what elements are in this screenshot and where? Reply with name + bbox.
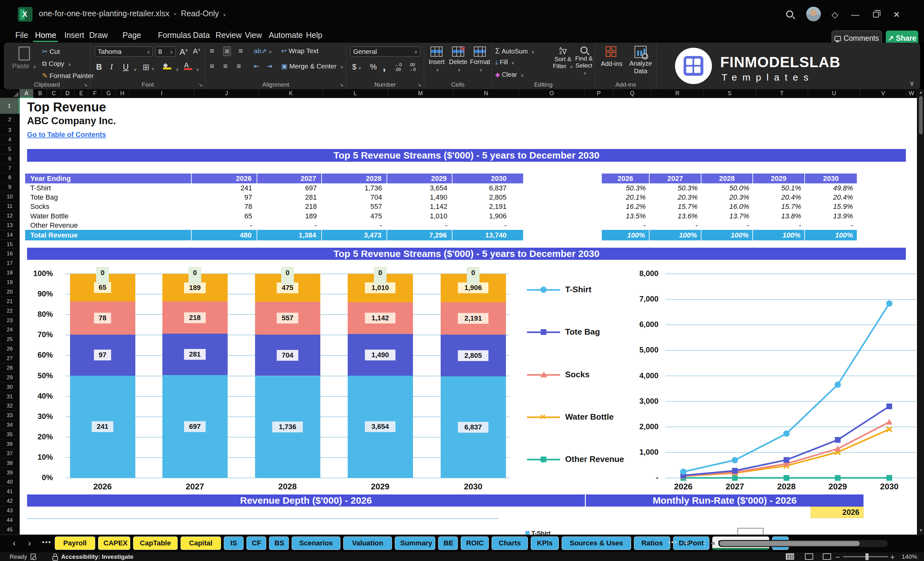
- row-header-13[interactable]: 13: [0, 220, 20, 230]
- cell-value[interactable]: 1,010: [387, 212, 453, 220]
- zoom-out-icon[interactable]: −: [836, 553, 840, 561]
- premium-diamond-icon[interactable]: ◇: [828, 8, 841, 21]
- row-header-27[interactable]: 27: [0, 354, 20, 363]
- cell-value[interactable]: 2029: [387, 174, 453, 183]
- minimize-button[interactable]: —: [849, 8, 862, 21]
- cell-value[interactable]: 100%: [753, 230, 805, 240]
- cell-value[interactable]: -: [257, 220, 322, 230]
- cell-value[interactable]: 241: [192, 183, 257, 193]
- sheet-grid[interactable]: Top Revenue ABC Company Inc. Go to Table…: [20, 98, 917, 535]
- cell-value[interactable]: 49.8%: [805, 183, 857, 193]
- sheet-tab-roic[interactable]: ROIC: [461, 537, 489, 550]
- cell-value[interactable]: -: [453, 220, 523, 230]
- cell-value[interactable]: 2027: [650, 174, 702, 183]
- cell-value[interactable]: 13.6%: [650, 212, 702, 220]
- cell-value[interactable]: 2030: [453, 174, 523, 183]
- delete-cells-button[interactable]: ✕Delete∨: [448, 46, 468, 73]
- cell-value[interactable]: -: [192, 220, 257, 230]
- row-header-21[interactable]: 21: [0, 297, 20, 306]
- row-header-25[interactable]: 25: [0, 334, 20, 344]
- cell-value[interactable]: 3,473: [322, 230, 387, 240]
- cell-value[interactable]: 480: [192, 230, 257, 240]
- align-left-icon[interactable]: ≡: [210, 62, 214, 70]
- font-color-button[interactable]: A: [184, 61, 192, 70]
- column-header-N[interactable]: N: [453, 89, 519, 98]
- zoom-level[interactable]: 140%: [902, 554, 917, 560]
- fill-button[interactable]: ⤓ Fill ∨: [495, 58, 514, 66]
- row-header-9[interactable]: 9: [0, 182, 20, 192]
- page-break-view-icon[interactable]: [823, 554, 831, 560]
- analyze-data-button[interactable]: Analyze Data: [627, 46, 654, 75]
- row-header-6[interactable]: 6: [0, 154, 20, 164]
- cell-value[interactable]: 100%: [702, 230, 753, 240]
- column-header-I[interactable]: I: [129, 89, 194, 98]
- decrease-font-icon[interactable]: A∨: [193, 47, 200, 56]
- cell-value[interactable]: 704: [322, 193, 387, 202]
- fill-color-button[interactable]: ◆: [163, 61, 171, 69]
- column-header-Q[interactable]: Q: [613, 89, 651, 98]
- row-header-1[interactable]: 1: [0, 98, 20, 114]
- increase-decimal-icon[interactable]: ←0.00: [395, 62, 402, 72]
- row-header-45[interactable]: 45: [0, 525, 20, 535]
- column-header-U[interactable]: U: [808, 89, 860, 98]
- cell-value[interactable]: 13.9%: [805, 212, 857, 220]
- column-header-D[interactable]: D: [61, 89, 75, 98]
- column-header-W[interactable]: W: [906, 89, 917, 98]
- sheet-tab-cf[interactable]: CF: [246, 537, 266, 550]
- decrease-decimal-icon[interactable]: .00→0: [409, 62, 416, 72]
- row-header-29[interactable]: 29: [0, 373, 20, 382]
- search-icon[interactable]: [783, 8, 796, 21]
- row-header-36[interactable]: 36: [0, 440, 20, 449]
- sort-filter-button[interactable]: AZ∇Sort & Filter ∨: [552, 46, 573, 70]
- addins-button[interactable]: Add-ins: [598, 46, 626, 68]
- sheet-tab-valuation[interactable]: Valuation: [343, 537, 392, 550]
- autosum-button[interactable]: Σ AutoSum ∨: [495, 46, 535, 56]
- hscroll-thumb[interactable]: [720, 541, 860, 546]
- ribbon-tab-home[interactable]: Home: [33, 28, 58, 42]
- sheet-tab-scenarios[interactable]: Scenarios: [292, 537, 340, 550]
- hscroll-left-icon[interactable]: ◀: [711, 540, 714, 546]
- column-header-M[interactable]: M: [388, 89, 453, 98]
- cell-value[interactable]: 2026: [192, 174, 257, 183]
- cell-value[interactable]: 2030: [805, 174, 857, 183]
- clipboard-dialog-launcher[interactable]: ↘: [83, 82, 87, 87]
- ribbon-tab-formulas[interactable]: Formulas: [156, 28, 188, 42]
- column-header-S[interactable]: S: [704, 89, 756, 98]
- row-header-18[interactable]: 18: [0, 268, 20, 278]
- format-painter-button[interactable]: ✎ Format Painter: [42, 72, 94, 80]
- cell-value[interactable]: 1,142: [387, 202, 453, 211]
- vscroll-thumb[interactable]: [919, 96, 923, 134]
- cell-value[interactable]: -: [387, 220, 453, 230]
- increase-indent-icon[interactable]: ⇥: [267, 62, 272, 70]
- cell-value[interactable]: 189: [257, 212, 322, 220]
- cell-value[interactable]: 15.9%: [805, 202, 857, 211]
- row-header-34[interactable]: 34: [0, 420, 20, 430]
- font-name-select[interactable]: Tahoma∨: [95, 46, 153, 57]
- row-header-20[interactable]: 20: [0, 287, 20, 297]
- select-all-corner[interactable]: [0, 89, 20, 98]
- fill-color-dropdown[interactable]: ∨: [174, 65, 179, 73]
- underline-dropdown[interactable]: ∨: [132, 65, 137, 73]
- number-dialog-launcher[interactable]: ↘: [417, 82, 421, 87]
- bold-button[interactable]: B: [96, 62, 102, 72]
- row-header-22[interactable]: 22: [0, 306, 20, 316]
- ribbon-tab-view[interactable]: View: [243, 28, 262, 42]
- row-header-24[interactable]: 24: [0, 325, 20, 334]
- column-header-J[interactable]: J: [194, 89, 259, 98]
- cell-value[interactable]: 16.0%: [702, 202, 753, 211]
- align-right-icon[interactable]: ≡: [237, 62, 241, 70]
- toc-hyperlink[interactable]: Go to Table of Contents: [27, 130, 106, 139]
- align-bottom-icon[interactable]: ≡: [238, 46, 243, 56]
- row-header-28[interactable]: 28: [0, 363, 20, 373]
- italic-button[interactable]: I: [110, 62, 113, 71]
- cell-value[interactable]: 100%: [805, 230, 857, 240]
- cell-value[interactable]: 2,191: [453, 202, 523, 211]
- find-select-button[interactable]: Find & Select ∨: [574, 46, 594, 77]
- sheet-tab-is[interactable]: IS: [224, 537, 244, 550]
- clear-button[interactable]: ◆ Clear ∨: [495, 70, 524, 78]
- cell-value[interactable]: -: [702, 220, 753, 230]
- row-header-5[interactable]: 5: [0, 144, 20, 154]
- cell-value[interactable]: 2029: [753, 174, 805, 183]
- row-header-32[interactable]: 32: [0, 401, 20, 411]
- sheet-tab-capital[interactable]: Capital: [180, 537, 221, 550]
